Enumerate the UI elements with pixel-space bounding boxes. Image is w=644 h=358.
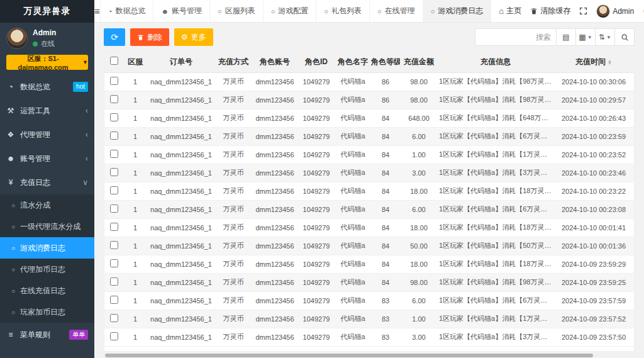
sidebar: 万灵异兽录 Admin 在线 区服：S1-daimamao.com ▼ ◔ 数据… bbox=[0, 0, 94, 358]
export-button[interactable]: ⇅ ▼ bbox=[595, 28, 615, 46]
columns-button[interactable]: ▦ ▼ bbox=[575, 28, 596, 46]
row-checkbox[interactable] bbox=[110, 314, 118, 322]
tab-online-management[interactable]: ○ 在线管理 bbox=[370, 0, 423, 22]
table-row: 1naq_dmm123456_1万灵币dmm1234561049279代码猫a8… bbox=[104, 218, 634, 237]
sidebar-item-dashboard[interactable]: ◔ 数据总览 hot bbox=[0, 75, 94, 99]
cell-role-id: 1049279 bbox=[298, 91, 335, 109]
tab-label: 礼包列表 bbox=[331, 6, 362, 16]
cell-role-name: 代码猫a bbox=[335, 273, 371, 291]
select-all-checkbox[interactable] bbox=[110, 57, 118, 65]
list-view-button[interactable]: ▤ bbox=[556, 28, 576, 46]
sidebar-item-menu-rules[interactable]: ≡ 菜单规则 单单 bbox=[0, 323, 94, 347]
row-checkbox[interactable] bbox=[110, 168, 118, 176]
tab-game-consume-log[interactable]: ○ 游戏消费日志 bbox=[423, 0, 492, 22]
cell-info: 1区玩家【代码猫a】消耗【98万灵币】够买【道具】 bbox=[438, 91, 553, 109]
chevron-down-icon: ▼ bbox=[82, 59, 88, 65]
cell-server: 1 bbox=[123, 145, 147, 164]
row-checkbox[interactable] bbox=[110, 259, 118, 267]
submenu-item-label: 代理加币日志 bbox=[20, 264, 65, 275]
submenu-item-game-consume-log[interactable]: ○ 游戏消费日志 bbox=[0, 237, 94, 259]
row-checkbox-cell bbox=[104, 310, 123, 328]
more-button[interactable]: ⚙ 更多 bbox=[174, 28, 213, 46]
cell-role-level: 84 bbox=[371, 145, 400, 164]
circle-icon: ○ bbox=[271, 8, 275, 15]
cell-amount: 648.00 bbox=[400, 109, 438, 127]
cell-amount: 6.00 bbox=[400, 200, 438, 218]
row-checkbox[interactable] bbox=[110, 131, 118, 140]
row-checkbox[interactable] bbox=[110, 186, 118, 194]
row-checkbox[interactable] bbox=[110, 150, 118, 158]
tab-account-management[interactable]: ☻ 账号管理 bbox=[153, 0, 210, 22]
cell-time: 2024-10-10 00:23:52 bbox=[553, 145, 634, 164]
row-checkbox[interactable] bbox=[110, 296, 118, 304]
cell-role-account: dmm123456 bbox=[252, 72, 298, 91]
tab-server-list[interactable]: ○ 区服列表 bbox=[210, 0, 264, 22]
submenu-item-online-recharge-log[interactable]: ○ 在线充值日志 bbox=[0, 280, 94, 301]
cell-info: 1区玩家【代码猫a】消耗【1万灵币】够买【道具】 bbox=[438, 310, 553, 328]
submenu-item-flow-share[interactable]: ○ 流水分成 bbox=[0, 194, 94, 216]
clear-cache-button[interactable]: 清除缓存 bbox=[530, 6, 570, 16]
cell-role-id: 1049279 bbox=[298, 328, 335, 346]
row-checkbox-cell bbox=[104, 164, 123, 182]
tab-game-config[interactable]: ○ 游戏配置 bbox=[264, 0, 317, 22]
row-checkbox-cell bbox=[104, 237, 123, 255]
row-checkbox[interactable] bbox=[110, 241, 118, 249]
row-checkbox[interactable] bbox=[110, 77, 118, 85]
cell-role-account: dmm123456 bbox=[252, 145, 298, 164]
cell-pay-type: 万灵币 bbox=[215, 127, 252, 145]
table-row: 1naq_dmm123456_1万灵币dmm1234561049279代码猫a8… bbox=[104, 91, 634, 109]
refresh-button[interactable]: ⟳ bbox=[104, 28, 125, 46]
cell-server: 1 bbox=[123, 328, 147, 346]
sidebar-item-label: 代理管理 bbox=[20, 130, 50, 140]
gear-icon: ⚙ bbox=[181, 33, 188, 42]
row-checkbox[interactable] bbox=[110, 332, 118, 340]
table-row: 1naq_dmm123456_1万灵币dmm1234561049279代码猫a8… bbox=[104, 310, 634, 328]
delete-button[interactable]: 删除 bbox=[130, 28, 169, 46]
hamburger-menu-icon[interactable]: ≡ bbox=[94, 0, 101, 22]
circle-icon: ○ bbox=[377, 8, 382, 15]
row-checkbox[interactable] bbox=[110, 113, 118, 121]
cell-info: 1区玩家【代码猫a】消耗【18万灵币】够买【道具】 bbox=[438, 182, 553, 200]
home-button[interactable]: ⌂ 主页 bbox=[499, 6, 521, 16]
row-checkbox[interactable] bbox=[110, 223, 118, 231]
fullscreen-button[interactable] bbox=[579, 7, 587, 15]
cell-amount: 1.00 bbox=[400, 310, 438, 328]
table-row: 1naq_dmm123456_1万灵币dmm1234561049279代码猫a8… bbox=[104, 291, 634, 310]
cell-time: 2024-10-10 00:23:59 bbox=[553, 127, 634, 145]
cell-time: 2024-10-10 00:29:57 bbox=[553, 91, 634, 109]
cell-role-level: 84 bbox=[371, 182, 400, 200]
row-checkbox[interactable] bbox=[110, 204, 118, 213]
submenu-item-player-add-coin-log[interactable]: ○ 玩家加币日志 bbox=[0, 301, 94, 323]
sidebar-item-label: 运营工具 bbox=[20, 106, 50, 116]
cell-server: 1 bbox=[123, 291, 147, 310]
row-checkbox[interactable] bbox=[110, 95, 118, 103]
topbar-user[interactable]: Admin bbox=[596, 4, 634, 18]
tab-dashboard[interactable]: ◔ 数据总览 bbox=[101, 0, 154, 22]
cell-pay-type: 万灵币 bbox=[215, 273, 252, 291]
cell-server: 1 bbox=[123, 182, 147, 200]
sort-icon[interactable]: ▲▼ bbox=[608, 60, 612, 65]
cell-amount: 98.00 bbox=[400, 91, 438, 109]
sidebar-item-recharge-log[interactable]: ¥ 充值日志 ∨ bbox=[0, 171, 94, 194]
search-button[interactable] bbox=[614, 28, 635, 46]
cell-role-id: 1049279 bbox=[298, 182, 335, 200]
tab-gift-list[interactable]: ○ 礼包列表 bbox=[316, 0, 370, 22]
search-input[interactable] bbox=[475, 28, 557, 46]
cell-time: 2024-10-09 23:59:29 bbox=[553, 255, 634, 273]
tab-label: 游戏配置 bbox=[278, 6, 308, 16]
cell-amount: 3.00 bbox=[400, 328, 438, 346]
cell-role-name: 代码猫a bbox=[335, 72, 371, 91]
submenu-item-agent-add-coin-log[interactable]: ○ 代理加币日志 bbox=[0, 259, 94, 280]
cell-role-level: 84 bbox=[371, 255, 400, 273]
server-select[interactable]: 区服：S1-daimamao.com ▼ bbox=[6, 55, 88, 70]
menu-badge: 单单 bbox=[69, 330, 88, 340]
sidebar-item-agent-management[interactable]: ❖ 代理管理 ‹ bbox=[0, 123, 94, 147]
horizontal-scrollbar[interactable] bbox=[105, 354, 593, 357]
sidebar-item-operation-tools[interactable]: ⚒ 运营工具 ‹ bbox=[0, 99, 94, 123]
sidebar-item-account-management[interactable]: ☻ 账号管理 ‹ bbox=[0, 147, 94, 171]
home-label: 主页 bbox=[506, 6, 521, 16]
cell-role-name: 代码猫a bbox=[335, 200, 371, 218]
row-checkbox[interactable] bbox=[110, 277, 118, 286]
submenu-item-level1-agent-flow-share[interactable]: ○ 一级代理流水分成 bbox=[0, 216, 94, 237]
cell-role-level: 86 bbox=[371, 91, 400, 109]
